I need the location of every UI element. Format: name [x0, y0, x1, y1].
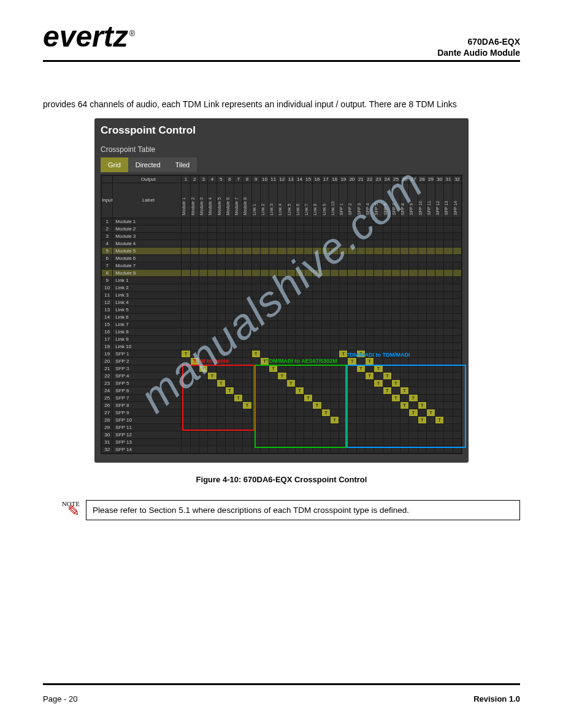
crosspoint-cell[interactable]: [208, 240, 216, 247]
crosspoint-cell[interactable]: [208, 247, 216, 254]
crosspoint-cell[interactable]: [313, 446, 321, 453]
crosspoint-cell[interactable]: [321, 365, 330, 372]
crosspoint-cell[interactable]: [304, 431, 313, 438]
crosspoint-cell[interactable]: [321, 225, 330, 232]
crosspoint-cell[interactable]: [260, 423, 269, 431]
crosspoint-cell[interactable]: [383, 431, 391, 438]
crosspoint-cell[interactable]: [418, 247, 426, 254]
crosspoint-cell[interactable]: [199, 401, 207, 409]
crosspoint-cell[interactable]: [182, 247, 190, 254]
crosspoint-cell[interactable]: [374, 409, 383, 416]
crosspoint-cell[interactable]: [286, 232, 295, 240]
crosspoint-cell[interactable]: [260, 262, 269, 269]
crosspoint-cell[interactable]: [251, 225, 260, 232]
crosspoint-cell[interactable]: [208, 232, 216, 240]
crosspoint-cell[interactable]: [304, 379, 313, 387]
crosspoint-cell[interactable]: [251, 394, 260, 401]
crosspoint-cell[interactable]: [356, 218, 365, 225]
crosspoint-cell[interactable]: [216, 218, 225, 225]
crosspoint-cell[interactable]: [278, 335, 286, 343]
crosspoint-cell[interactable]: [418, 335, 426, 343]
crosspoint-cell[interactable]: [426, 379, 435, 387]
crosspoint-cell[interactable]: [426, 365, 435, 372]
crosspoint-cell[interactable]: [190, 438, 199, 446]
crosspoint-cell[interactable]: [356, 401, 365, 409]
crosspoint-cell[interactable]: [216, 232, 225, 240]
crosspoint-cell[interactable]: [243, 284, 251, 291]
crosspoint-cell[interactable]: [409, 379, 418, 387]
crosspoint-cell[interactable]: [444, 372, 453, 379]
crosspoint-cell[interactable]: [330, 438, 339, 446]
crosspoint-cell[interactable]: [418, 291, 426, 298]
crosspoint-cell[interactable]: [199, 298, 207, 306]
crosspoint-cell[interactable]: [366, 365, 374, 372]
crosspoint-cell[interactable]: [269, 254, 278, 262]
crosspoint-cell[interactable]: [234, 320, 243, 328]
crosspoint-cell[interactable]: [435, 438, 444, 446]
crosspoint-cell[interactable]: [216, 291, 225, 298]
crosspoint-cell[interactable]: [199, 372, 207, 379]
crosspoint-cell[interactable]: [435, 232, 444, 240]
crosspoint-cell[interactable]: [260, 320, 269, 328]
crosspoint-cell[interactable]: T: [278, 372, 286, 379]
crosspoint-cell[interactable]: [400, 357, 409, 365]
crosspoint-cell[interactable]: [199, 240, 207, 247]
crosspoint-cell[interactable]: [366, 254, 374, 262]
crosspoint-cell[interactable]: [313, 357, 321, 365]
crosspoint-cell[interactable]: [313, 343, 321, 350]
crosspoint-cell[interactable]: [251, 306, 260, 313]
crosspoint-cell[interactable]: [260, 306, 269, 313]
crosspoint-cell[interactable]: [321, 269, 330, 276]
crosspoint-cell[interactable]: [278, 416, 286, 423]
crosspoint-cell[interactable]: [374, 262, 383, 269]
crosspoint-cell[interactable]: [182, 328, 190, 335]
crosspoint-cell[interactable]: [216, 240, 225, 247]
crosspoint-cell[interactable]: [304, 254, 313, 262]
crosspoint-cell[interactable]: [216, 431, 225, 438]
crosspoint-cell[interactable]: [182, 232, 190, 240]
crosspoint-cell[interactable]: [199, 313, 207, 320]
crosspoint-cell[interactable]: [418, 328, 426, 335]
crosspoint-cell[interactable]: [216, 343, 225, 350]
crosspoint-cell[interactable]: [234, 387, 243, 394]
crosspoint-cell[interactable]: [418, 284, 426, 291]
crosspoint-cell[interactable]: [453, 276, 461, 284]
crosspoint-cell[interactable]: [391, 247, 400, 254]
crosspoint-cell[interactable]: [243, 416, 251, 423]
crosspoint-cell[interactable]: [453, 284, 461, 291]
crosspoint-cell[interactable]: [418, 298, 426, 306]
crosspoint-cell[interactable]: [435, 409, 444, 416]
crosspoint-cell[interactable]: [278, 291, 286, 298]
crosspoint-cell[interactable]: [199, 247, 207, 254]
crosspoint-cell[interactable]: [190, 416, 199, 423]
crosspoint-cell[interactable]: [374, 291, 383, 298]
crosspoint-cell[interactable]: [208, 262, 216, 269]
crosspoint-cell[interactable]: [400, 218, 409, 225]
crosspoint-cell[interactable]: [216, 409, 225, 416]
crosspoint-cell[interactable]: [304, 240, 313, 247]
crosspoint-cell[interactable]: [243, 350, 251, 357]
crosspoint-cell[interactable]: [260, 218, 269, 225]
crosspoint-cell[interactable]: [409, 306, 418, 313]
crosspoint-cell[interactable]: [295, 240, 304, 247]
crosspoint-cell[interactable]: [409, 335, 418, 343]
crosspoint-cell[interactable]: [391, 446, 400, 453]
crosspoint-cell[interactable]: [260, 276, 269, 284]
crosspoint-cell[interactable]: [418, 438, 426, 446]
crosspoint-cell[interactable]: [453, 313, 461, 320]
crosspoint-cell[interactable]: T: [330, 416, 339, 423]
crosspoint-cell[interactable]: [453, 343, 461, 350]
crosspoint-cell[interactable]: [444, 343, 453, 350]
crosspoint-cell[interactable]: T: [182, 350, 190, 357]
crosspoint-cell[interactable]: [409, 365, 418, 372]
crosspoint-cell[interactable]: [190, 401, 199, 409]
crosspoint-cell[interactable]: [260, 284, 269, 291]
crosspoint-cell[interactable]: [313, 269, 321, 276]
crosspoint-cell[interactable]: [366, 416, 374, 423]
crosspoint-cell[interactable]: [409, 446, 418, 453]
crosspoint-cell[interactable]: [453, 372, 461, 379]
crosspoint-cell[interactable]: [216, 320, 225, 328]
crosspoint-cell[interactable]: [409, 313, 418, 320]
crosspoint-cell[interactable]: [453, 394, 461, 401]
crosspoint-cell[interactable]: [260, 350, 269, 357]
